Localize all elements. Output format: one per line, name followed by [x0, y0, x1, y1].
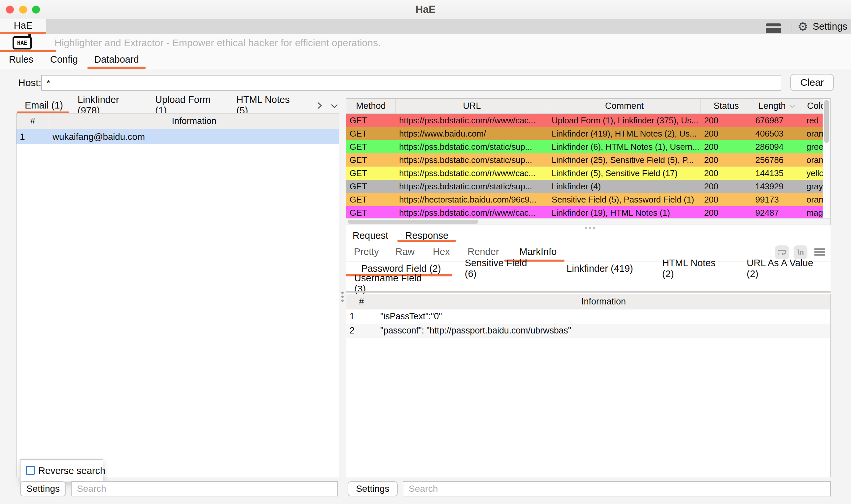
- cell-comment: Linkfinder (419), HTML Notes (2), Us...: [548, 129, 701, 139]
- cell-status: 200: [701, 208, 752, 218]
- logo-pixel-decoration: [25, 37, 27, 38]
- reverse-search-label[interactable]: Reverse search: [38, 460, 105, 482]
- column-header-index[interactable]: #: [346, 294, 377, 309]
- window-panel-icon[interactable]: [766, 23, 781, 33]
- tab-markinfo[interactable]: MarkInfo: [517, 245, 559, 258]
- horizontal-splitter-handle[interactable]: [589, 227, 591, 229]
- cell-method: GET: [346, 168, 396, 178]
- markinfo-table: # Information 1"isPassText":"0"2"passcon…: [346, 294, 831, 477]
- tab-config[interactable]: Config: [51, 52, 77, 67]
- cell-method: GET: [346, 115, 396, 126]
- scrollbar-thumb[interactable]: [824, 100, 829, 143]
- left-settings-button[interactable]: Settings: [20, 481, 66, 497]
- traffic-table-row[interactable]: GEThttps://pss.bdstatic.com/static/sup..…: [346, 154, 830, 166]
- markinfo-table-row[interactable]: 1"isPassText":"0": [346, 309, 830, 324]
- cell-index: 1: [346, 311, 377, 322]
- traffic-table: Method URL Comment Status Length Color G…: [346, 98, 831, 225]
- right-settings-button[interactable]: Settings: [348, 481, 398, 497]
- traffic-table-row[interactable]: GEThttps://pss.bdstatic.com/static/sup..…: [346, 180, 830, 193]
- tab-linkfinder-mark[interactable]: Linkfinder (419): [566, 263, 634, 274]
- traffic-table-row[interactable]: GEThttps://pss.bdstatic.com/r/www/cac...…: [346, 206, 830, 219]
- hae-logo-text: HAE: [14, 38, 30, 48]
- email-table-row[interactable]: 1wukaifang@baidu.com: [17, 129, 339, 144]
- tab-request[interactable]: Request: [349, 229, 392, 242]
- column-header-information[interactable]: Information: [49, 113, 339, 129]
- settings-menu-label[interactable]: Settings: [813, 19, 847, 34]
- cell-url: https://hectorstatic.baidu.com/96c9...: [396, 195, 548, 205]
- tab-username-field[interactable]: Username Field (3): [354, 278, 431, 290]
- hae-logo: HAE: [13, 36, 32, 50]
- tab-email[interactable]: Email (1): [25, 99, 63, 111]
- cell-method: GET: [346, 208, 396, 218]
- chevron-down-icon[interactable]: [329, 102, 339, 111]
- gear-icon[interactable]: ⚙: [798, 19, 808, 34]
- cell-comment: Linkfinder (6), HTML Notes (1), Usern...: [548, 142, 701, 152]
- tab-hae[interactable]: HaE: [0, 19, 46, 32]
- vertical-splitter-handle[interactable]: [341, 295, 344, 298]
- table-header: Method URL Comment Status Length Color: [346, 98, 830, 114]
- clear-button[interactable]: Clear: [790, 74, 834, 91]
- column-header-status[interactable]: Status: [701, 98, 752, 113]
- vertical-splitter-handle[interactable]: [341, 292, 344, 294]
- tab-rules[interactable]: Rules: [9, 52, 33, 67]
- horizontal-splitter-handle[interactable]: [585, 227, 587, 229]
- tab-raw[interactable]: Raw: [396, 245, 414, 258]
- divider: [346, 291, 831, 292]
- reverse-search-checkbox[interactable]: [26, 466, 35, 475]
- tab-pretty[interactable]: Pretty: [354, 245, 379, 258]
- cell-status: 200: [701, 168, 752, 178]
- right-search-input[interactable]: [403, 481, 831, 497]
- cell-comment: Linkfinder (25), Sensitive Field (5), P.…: [548, 155, 701, 165]
- left-search-input[interactable]: [71, 481, 338, 497]
- cell-length: 144135: [752, 168, 803, 178]
- host-input[interactable]: [41, 75, 781, 91]
- tab-render[interactable]: Render: [468, 245, 499, 258]
- column-header-length[interactable]: Length: [752, 98, 803, 113]
- chevron-right-icon[interactable]: [315, 101, 324, 111]
- toolbar-divider: [792, 22, 792, 32]
- tab-hex[interactable]: Hex: [433, 245, 450, 258]
- column-header-url[interactable]: URL: [396, 98, 548, 113]
- app-tab-bar: [0, 19, 851, 34]
- horizontal-splitter-handle[interactable]: [593, 227, 595, 229]
- cell-length: 143929: [752, 181, 803, 192]
- tab-html-notes[interactable]: HTML Notes (5): [236, 99, 297, 111]
- table-header: # Information: [17, 113, 339, 129]
- traffic-table-row[interactable]: GEThttps://hectorstatic.baidu.com/96c9..…: [346, 193, 830, 206]
- column-header-information[interactable]: Information: [377, 294, 830, 309]
- column-header-comment[interactable]: Comment: [548, 98, 701, 113]
- wrap-lines-icon[interactable]: [775, 246, 789, 259]
- vertical-splitter-handle[interactable]: [341, 300, 344, 302]
- cell-length: 99173: [752, 195, 803, 205]
- cell-length: 92487: [752, 208, 803, 218]
- cell-method: GET: [346, 195, 396, 205]
- horizontal-scrollbar[interactable]: [346, 218, 830, 224]
- scrollbar-thumb[interactable]: [348, 220, 478, 223]
- tab-url-as-a-value[interactable]: URL As A Value (2): [747, 263, 826, 274]
- cell-comment: Linkfinder (4): [548, 181, 701, 192]
- tab-sensitive-field[interactable]: Sensitive Field (6): [465, 263, 539, 274]
- app-tagline: Highlighter and Extractor - Empower ethi…: [54, 34, 381, 52]
- cell-length: 286094: [752, 142, 803, 152]
- column-header-index[interactable]: #: [17, 113, 49, 129]
- tab-databoard[interactable]: Databoard: [95, 52, 138, 67]
- markinfo-table-row[interactable]: 2"passconf": "http://passport.baidu.com/…: [346, 324, 830, 338]
- vertical-scrollbar[interactable]: [822, 98, 830, 219]
- table-body: 1wukaifang@baidu.com: [17, 129, 339, 144]
- traffic-table-row[interactable]: GEThttps://www.baidu.com/Linkfinder (419…: [346, 127, 830, 140]
- cell-url: https://pss.bdstatic.com/static/sup...: [396, 181, 548, 192]
- menu-icon[interactable]: [814, 247, 825, 257]
- newline-icon[interactable]: \n: [794, 246, 807, 259]
- cell-url: https://pss.bdstatic.com/static/sup...: [396, 155, 548, 165]
- traffic-table-row[interactable]: GEThttps://pss.bdstatic.com/static/sup..…: [346, 140, 830, 154]
- tab-html-notes-mark[interactable]: HTML Notes (2): [662, 263, 724, 274]
- tab-linkfinder[interactable]: Linkfinder (978): [77, 99, 138, 111]
- column-header-method[interactable]: Method: [346, 98, 396, 113]
- cell-method: GET: [346, 181, 396, 192]
- tab-upload-form[interactable]: Upload Form (1): [155, 99, 219, 111]
- traffic-table-row[interactable]: GEThttps://pss.bdstatic.com/r/www/cac...…: [346, 166, 830, 180]
- cell-index: 2: [346, 326, 377, 336]
- cell-information: "passconf": "http://passport.baidu.com/u…: [377, 326, 830, 336]
- traffic-table-row[interactable]: GEThttps://pss.bdstatic.com/r/www/cac...…: [346, 114, 830, 127]
- email-results-table: # Information 1wukaifang@baidu.com: [16, 113, 339, 477]
